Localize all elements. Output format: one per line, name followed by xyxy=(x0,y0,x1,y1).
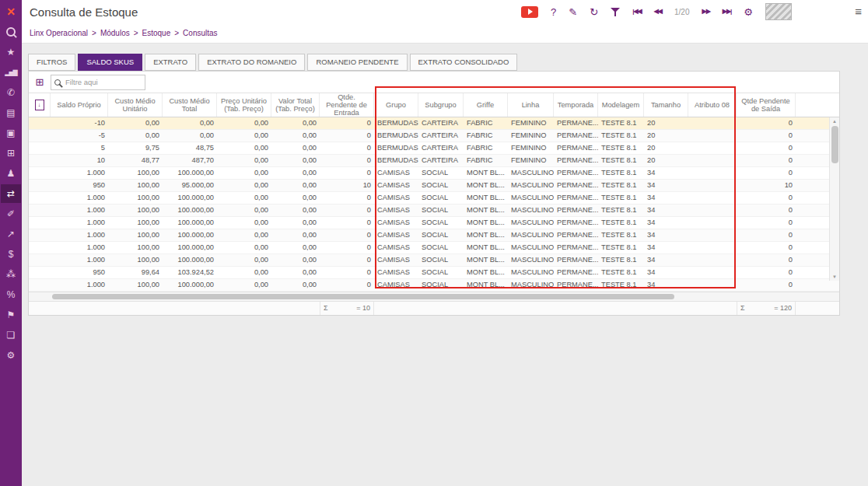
cell: 0,00 xyxy=(108,130,163,142)
cell: 1.000 xyxy=(51,192,108,204)
sidebar-item-video[interactable]: ❏ xyxy=(1,326,21,344)
cell: 1.000 xyxy=(51,205,108,216)
cell: 100.000,00 xyxy=(163,229,217,241)
breadcrumb-item-modulos[interactable]: Módulos xyxy=(100,29,130,37)
header-qtde-pendente-de-saida[interactable]: Qtde Pendente de Saída xyxy=(737,93,796,117)
sidebar-item-percent[interactable]: % xyxy=(1,285,21,304)
tab-romaneio-pendente[interactable]: ROMANEIO PENDENTE xyxy=(307,54,407,71)
table-row[interactable]: 1.000100,00100.000,000,000,000CAMISASSOC… xyxy=(29,229,839,242)
sidebar-item-phone[interactable]: ✆ xyxy=(1,83,21,102)
table-row[interactable]: 95099,64103.924,520,000,000CAMISASSOCIAL… xyxy=(29,267,839,279)
scroll-up-icon[interactable]: ▲ xyxy=(832,117,837,125)
image-thumbnail[interactable] xyxy=(765,3,792,20)
header-preco-unitario-tab-preco[interactable]: Preço Unitário (Tab. Preço) xyxy=(217,93,271,117)
cell: TESTE 8.1 xyxy=(598,130,644,142)
table-row[interactable]: 1.000100,00100.000,000,000,000CAMISASSOC… xyxy=(29,279,839,292)
grid-view-icon[interactable]: ⊞ xyxy=(29,76,51,88)
header-valor-total-tab-preco[interactable]: Valor Total (Tab. Preço) xyxy=(271,93,320,117)
table-row[interactable]: -100,000,000,000,000BERMUDASCARTEIRAFABR… xyxy=(29,117,839,130)
cell: 34 xyxy=(644,279,688,291)
cell: CAMISAS xyxy=(374,229,418,241)
sidebar-item-transfer[interactable]: ⇄ xyxy=(1,184,21,203)
row-gutter xyxy=(29,180,51,191)
table-row[interactable]: 1.000100,00100.000,000,000,000CAMISASSOC… xyxy=(29,254,839,267)
header-griffe[interactable]: Griffe xyxy=(464,93,508,117)
horizontal-scrollbar[interactable] xyxy=(29,292,839,301)
header-custo-medio-total[interactable]: Custo Médio Total xyxy=(163,93,217,117)
help-button[interactable]: ? xyxy=(551,7,556,17)
breadcrumb-item-linx-operacional[interactable]: Linx Operacional xyxy=(30,29,88,37)
header-tamanho[interactable]: Tamanho xyxy=(644,93,688,117)
header-temporada[interactable]: Temporada xyxy=(554,93,598,117)
table-row[interactable]: 1048,77487,700,000,000BERMUDASCARTEIRAFA… xyxy=(29,155,839,167)
sidebar-item-favorites[interactable]: ★ xyxy=(1,43,21,61)
sidebar-item-flag[interactable]: ⚑ xyxy=(1,306,21,324)
cell: 0 xyxy=(320,267,374,278)
cell: 0 xyxy=(737,267,796,278)
settings-button[interactable]: ⚙ xyxy=(744,7,753,17)
header-saldo-proprio[interactable]: Saldo Próprio xyxy=(51,93,108,117)
sidebar-item-user[interactable]: ♟ xyxy=(1,164,21,183)
header-modelagem[interactable]: Modelagem xyxy=(598,93,644,117)
last-page-button[interactable]: ▶▶| xyxy=(723,9,732,15)
sidebar-item-grid[interactable]: ⊞ xyxy=(1,144,21,163)
sidebar-item-tablet[interactable]: ▣ xyxy=(1,124,21,142)
breadcrumb-item-consultas[interactable]: Consultas xyxy=(183,29,217,37)
sidebar-item-gears[interactable]: ⚙ xyxy=(1,346,21,365)
breadcrumb-item-estoque[interactable]: Estoque xyxy=(142,29,171,37)
cell: TESTE 8.1 xyxy=(598,254,644,266)
tab-extrato-do-romaneio[interactable]: EXTRATO DO ROMANEIO xyxy=(198,54,305,71)
cell: 34 xyxy=(644,242,688,253)
header-linha[interactable]: Linha xyxy=(508,93,554,117)
first-page-button[interactable]: |◀◀ xyxy=(632,9,642,15)
cell: TESTE 8.1 xyxy=(598,180,644,191)
table-row[interactable]: 1.000100,00100.000,000,000,000CAMISASSOC… xyxy=(29,167,839,180)
table-row[interactable]: -50,000,000,000,000BERMUDASCARTEIRAFABRI… xyxy=(29,130,839,142)
cell: 100,00 xyxy=(108,217,163,229)
cell: 100.000,00 xyxy=(163,167,217,179)
header-atributo-08[interactable]: Atributo 08 xyxy=(688,93,737,117)
header-filler xyxy=(796,93,839,117)
scroll-down-icon[interactable]: ▼ xyxy=(832,273,837,281)
tab-extrato-consolidado[interactable]: EXTRATO CONSOLIDADO xyxy=(410,54,518,71)
cell: CAMISAS xyxy=(374,267,418,278)
video-button[interactable] xyxy=(521,6,538,18)
header-qtde-pendente-de-entrada[interactable]: Qtde. Pendente de Entrada xyxy=(320,93,374,117)
cell: FABRIC xyxy=(464,142,508,154)
phone-icon: ✆ xyxy=(7,87,15,98)
header-custo-medio-unitario[interactable]: Custo Médio Unitário xyxy=(108,93,163,117)
sidebar-item-search[interactable] xyxy=(1,23,21,41)
filter-button[interactable] xyxy=(611,7,620,17)
tab-extrato[interactable]: EXTRATO xyxy=(145,54,196,71)
tab-saldo-skus[interactable]: SALDO SKUS xyxy=(78,54,142,71)
vertical-scrollbar-thumb[interactable] xyxy=(831,126,838,163)
sidebar-item-linx-logo[interactable]: ✕ xyxy=(1,2,21,21)
sidebar-item-share[interactable]: ⁂ xyxy=(1,265,21,284)
tab-filtros[interactable]: FILTROS xyxy=(28,54,75,71)
table-row[interactable]: 1.000100,00100.000,000,000,000CAMISASSOC… xyxy=(29,205,839,217)
table-row[interactable]: 950100,0095.000,000,000,0010CAMISASSOCIA… xyxy=(29,180,839,192)
table-row[interactable]: 1.000100,00100.000,000,000,000CAMISASSOC… xyxy=(29,192,839,205)
bar-chart-icon: ▂▅▇ xyxy=(5,69,16,76)
horizontal-scrollbar-thumb[interactable] xyxy=(52,294,674,299)
sidebar-item-dollar[interactable]: $ xyxy=(1,245,21,264)
vertical-scrollbar[interactable]: ▲ ▼ xyxy=(829,117,839,281)
export-icon[interactable]: ↓ xyxy=(35,100,44,110)
table-row[interactable]: 1.000100,00100.000,000,000,000CAMISASSOC… xyxy=(29,242,839,254)
sidebar-item-trend[interactable]: ↗ xyxy=(1,225,21,243)
filter-input[interactable] xyxy=(64,77,142,87)
sidebar-item-bar-chart[interactable]: ▂▅▇ xyxy=(1,63,21,82)
header-subgrupo[interactable]: Subgrupo xyxy=(418,93,464,117)
sidebar-item-list[interactable]: ▤ xyxy=(1,103,21,122)
cell: 34 xyxy=(644,205,688,216)
table-row[interactable]: 59,7548,750,000,000BERMUDASCARTEIRAFABRI… xyxy=(29,142,839,155)
prev-page-button[interactable]: ◀◀ xyxy=(654,9,662,15)
sidebar-item-brush[interactable]: ✐ xyxy=(1,205,21,223)
edit-button[interactable]: ✎ xyxy=(569,7,577,17)
next-page-button[interactable]: ▶▶ xyxy=(702,9,709,15)
table-row[interactable]: 1.000100,00100.000,000,000,000CAMISASSOC… xyxy=(29,217,839,229)
cell: 100.000,00 xyxy=(163,205,217,216)
refresh-button[interactable]: ↻ xyxy=(590,7,598,17)
header-grupo[interactable]: Grupo xyxy=(374,93,418,117)
hamburger-menu-icon[interactable]: ≡ xyxy=(855,5,862,18)
